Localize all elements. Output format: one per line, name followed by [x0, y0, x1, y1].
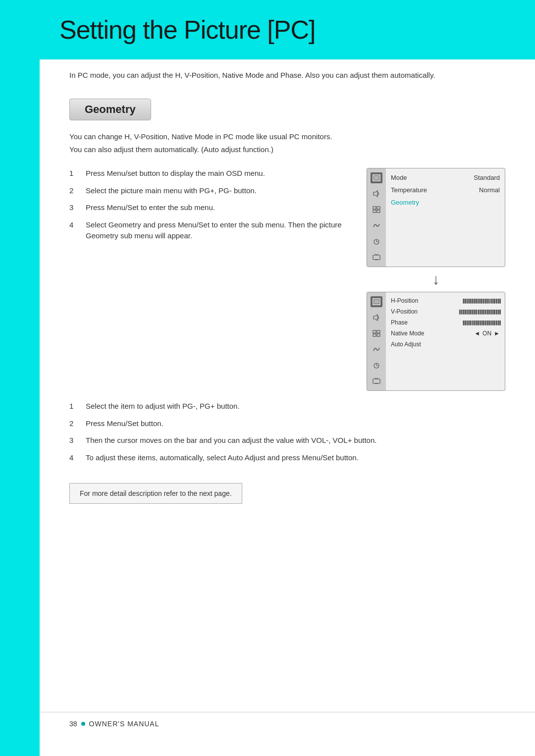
tv-icon	[371, 252, 382, 263]
main-content: Setting the Picture [PC] In PC mode, you…	[40, 0, 535, 756]
svg-rect-5	[373, 210, 376, 213]
intro-text: In PC mode, you can adjust the H, V-Posi…	[69, 69, 505, 81]
list-item: 2 Select the picture main menu with PG+,…	[69, 185, 352, 197]
native-right-arrow: ►	[494, 330, 500, 337]
volume-icon	[371, 188, 382, 199]
osd-row-hposition: H-Position ▐▐▐▐▐▐▐▐▐▐▐▐▐▐▐ | ▐▐▐▐▐▐	[391, 295, 500, 306]
svg-rect-6	[377, 210, 380, 213]
list-item: 2 Press Menu/Set button.	[69, 418, 505, 430]
native-left-arrow: ◄	[474, 330, 480, 337]
svg-rect-17	[373, 330, 376, 333]
geometry-icon-2	[371, 344, 382, 355]
step-list-2: 1 Select the item to adjust with PG-, PG…	[69, 401, 505, 463]
osd-row-mode: Mode Standard	[391, 171, 500, 184]
timer-icon	[371, 236, 382, 247]
footer-dot-icon	[81, 722, 85, 726]
picture-icon	[371, 172, 382, 183]
timer-icon-2	[371, 360, 382, 371]
osd-row-temperature: Temperature Normal	[391, 184, 500, 196]
osd-row-phase: Phase ▐▐▐▐▐ | ▐▐▐▐▐▐▐▐▐▐▐▐▐▐▐▐	[391, 317, 500, 328]
content-area: In PC mode, you can adjust the H, V-Posi…	[40, 59, 535, 514]
svg-rect-19	[373, 334, 376, 336]
setup-icon	[371, 204, 382, 215]
osd-row-native: Native Mode ◄ ON ►	[391, 328, 500, 339]
osd-icons	[367, 168, 386, 267]
svg-rect-4	[377, 207, 380, 209]
osd-icons-2	[367, 292, 386, 390]
svg-rect-10	[373, 255, 380, 260]
list-item: 4 To adjust these items, automatically, …	[69, 452, 505, 464]
svg-rect-24	[373, 379, 380, 383]
osd-rows: Mode Standard Temperature Normal Geometr…	[386, 168, 505, 267]
geometry-icon	[371, 220, 382, 231]
footer: 38 OWNER'S MANUAL	[40, 712, 535, 735]
steps-group1: 1 Press Menu/set button to display the m…	[69, 168, 352, 391]
note-text: For more detail description refer to the…	[80, 489, 232, 497]
svg-marker-16	[374, 315, 377, 321]
svg-rect-3	[373, 207, 376, 209]
footer-manual-text: OWNER'S MANUAL	[89, 720, 160, 728]
geometry-description: You can change H, V-Position, Native Mod…	[69, 130, 505, 156]
osd-row-vposition: V-Position ▐▐▐▐▐▐▐▐▐▐ | ▐▐▐▐▐▐▐▐▐▐▐▐▐	[391, 306, 500, 317]
tv-icon-2	[371, 376, 382, 386]
volume-icon-2	[371, 312, 382, 323]
list-item: 3 Press Menu/Set to enter the sub menu.	[69, 202, 352, 214]
svg-rect-18	[377, 330, 380, 333]
setup-icon-2	[371, 328, 382, 339]
steps-osd-section: 1 Press Menu/set button to display the m…	[69, 168, 505, 391]
geometry-heading: Geometry	[69, 99, 151, 120]
svg-marker-2	[374, 191, 377, 197]
osd-menu-1: Mode Standard Temperature Normal Geometr…	[367, 168, 505, 391]
list-item: 1 Select the item to adjust with PG-, PG…	[69, 401, 505, 412]
note-box: For more detail description refer to the…	[69, 483, 242, 504]
list-item: 4 Select Geometry and press Menu/Set to …	[69, 219, 352, 242]
list-item: 3 Then the cursor moves on the bar and y…	[69, 435, 505, 446]
osd-rows-2: H-Position ▐▐▐▐▐▐▐▐▐▐▐▐▐▐▐ | ▐▐▐▐▐▐ V-Po…	[386, 292, 505, 390]
page-title: Setting the Picture [PC]	[59, 15, 515, 45]
page-number: 38	[69, 720, 77, 728]
osd-row-autoadjust: Auto Adjust	[391, 339, 500, 350]
osd-row-geometry: Geometry	[391, 196, 500, 209]
cyan-sidebar	[0, 0, 40, 756]
osd-display-2: H-Position ▐▐▐▐▐▐▐▐▐▐▐▐▐▐▐ | ▐▐▐▐▐▐ V-Po…	[367, 292, 505, 391]
osd-display-1: Mode Standard Temperature Normal Geometr…	[367, 168, 505, 267]
svg-rect-15	[374, 300, 379, 304]
header-section: Setting the Picture [PC]	[40, 0, 535, 59]
svg-rect-20	[377, 334, 380, 336]
steps-group2: 1 Select the item to adjust with PG-, PG…	[69, 401, 505, 463]
picture-icon-2	[371, 296, 382, 307]
svg-rect-1	[374, 176, 379, 180]
arrow-down-icon: ↓	[367, 271, 505, 288]
list-item: 1 Press Menu/set button to display the m…	[69, 168, 352, 179]
step-list-1: 1 Press Menu/set button to display the m…	[69, 168, 352, 242]
